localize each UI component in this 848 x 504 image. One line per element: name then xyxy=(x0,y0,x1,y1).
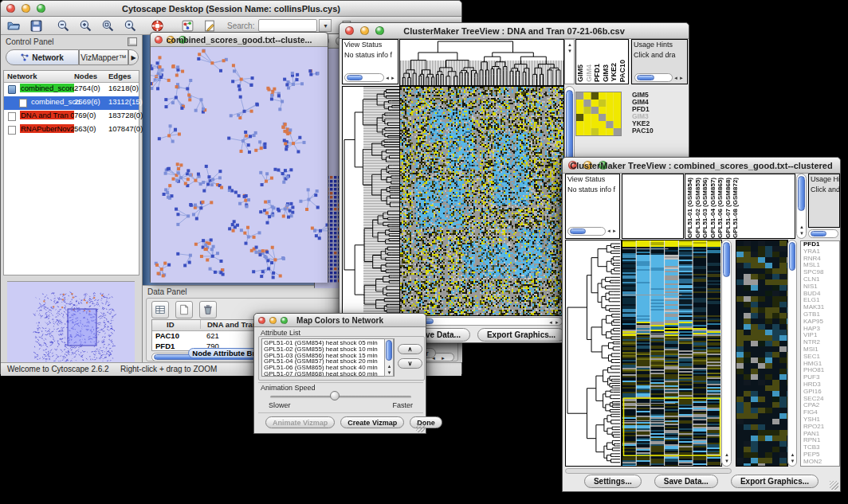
tv2-column-label[interactable]: GPL51-08 (GSM872) xyxy=(732,178,740,238)
network-table-row[interactable]: RNAPuberNov2+ 563(0) 107847(0) xyxy=(4,123,139,137)
tv1-row-dendrogram[interactable] xyxy=(342,86,400,316)
maximize-button[interactable] xyxy=(37,4,45,13)
close-button[interactable] xyxy=(155,36,163,44)
tv1-column-dendrogram[interactable] xyxy=(399,39,564,86)
search-dropdown-icon[interactable]: ▾ xyxy=(319,19,332,32)
scroll-right-icon[interactable]: ► xyxy=(679,76,684,80)
main-title-bar[interactable]: Cytoscape Desktop (Session Name: collins… xyxy=(1,1,461,17)
tv1-column-label[interactable]: PAC10 xyxy=(619,60,628,82)
close-button[interactable] xyxy=(258,317,265,324)
network-table-row[interactable]: combined_sco 2569(6) 13112(15) xyxy=(4,96,139,110)
tv2-gene-label[interactable]: MON2 xyxy=(803,459,839,466)
scroll-up-icon[interactable]: ▲ xyxy=(567,42,572,47)
tv2-bottom-hscrollbar[interactable] xyxy=(565,468,732,474)
scroll-down-icon[interactable]: ▼ xyxy=(724,459,729,463)
tv2-action-button[interactable]: Export Graphics... xyxy=(731,475,819,488)
tv1-column-label[interactable]: GIM5 xyxy=(577,64,586,82)
maximize-button[interactable] xyxy=(375,26,384,35)
zoom-out-button[interactable] xyxy=(55,18,71,33)
tv1-usage-hscrollbar[interactable] xyxy=(634,73,673,82)
attribute-vscroll-thumb[interactable] xyxy=(386,340,392,361)
animation-speed-slider-track[interactable] xyxy=(270,396,411,398)
close-button[interactable] xyxy=(6,4,15,13)
tv1-mini-matrix[interactable] xyxy=(575,92,622,136)
maximize-button[interactable] xyxy=(599,161,607,170)
tv2-usage-hscrollbar[interactable] xyxy=(808,229,838,238)
tv1-column-label[interactable]: PFD1 xyxy=(594,64,603,82)
scroll-up-icon[interactable]: ▲ xyxy=(724,452,729,457)
scroll-down-icon[interactable]: ▼ xyxy=(791,459,795,463)
tv2-heatmap[interactable] xyxy=(622,240,722,467)
tv2-genes-vscrollbar[interactable]: ▲ ▼ xyxy=(787,240,797,467)
network-table-row[interactable]: DNA and Tran 07 769(0) 183728(0) xyxy=(4,110,139,123)
dialog-button[interactable]: Animate Vizmap xyxy=(265,416,335,428)
attribute-list-item[interactable]: GPL51-07 (GSM868) heat shock 60 min xyxy=(262,371,394,377)
new-attribute-icon[interactable] xyxy=(175,301,193,318)
save-button[interactable] xyxy=(28,18,44,33)
tv1-heatmap[interactable] xyxy=(399,86,564,316)
minimize-button[interactable] xyxy=(360,26,369,35)
minimize-button[interactable] xyxy=(583,161,592,170)
tv2-column-labels[interactable]: GPL51-01 (GSM854)GPL51-02 (GSM855)GPL51-… xyxy=(687,174,744,238)
help-lifering-icon[interactable] xyxy=(149,18,165,33)
dialog-button[interactable]: Done xyxy=(410,416,442,428)
zoom-fit-button[interactable] xyxy=(100,18,116,33)
scroll-right-icon[interactable]: ► xyxy=(555,320,559,325)
tv2-zoom-heatmap[interactable] xyxy=(736,240,788,467)
network-window-title-bar[interactable]: combined_scores_good.txt--cluste... xyxy=(151,33,328,47)
network-overlay-icon[interactable] xyxy=(179,18,195,33)
dialog-button[interactable]: Create Vizmap xyxy=(340,416,404,428)
scroll-up-icon[interactable]: ▲ xyxy=(791,452,795,457)
search-input[interactable] xyxy=(258,19,317,32)
scroll-left-icon[interactable]: ◄ xyxy=(385,76,390,80)
maximize-button[interactable] xyxy=(179,36,186,44)
tv2-labels-vscroll-thumb[interactable] xyxy=(798,176,805,211)
birdseye-view[interactable] xyxy=(7,281,135,366)
treeview1-title-bar[interactable]: ClusterMaker TreeView : DNA and Tran 07-… xyxy=(340,23,689,39)
scroll-right-icon[interactable]: ► xyxy=(391,76,395,80)
maximize-button[interactable] xyxy=(281,317,288,324)
scroll-left-icon[interactable]: ◄ xyxy=(548,320,553,325)
scroll-up-icon[interactable]: ▲ xyxy=(799,225,804,229)
tv2-labels-vscrollbar[interactable]: ▲ ▼ xyxy=(796,174,807,239)
float-panel-icon[interactable] xyxy=(128,37,137,46)
scroll-left-icon[interactable]: ◄ xyxy=(673,76,678,80)
tv2-vscroll-thumb[interactable] xyxy=(723,242,730,277)
scroll-right-icon[interactable]: ► xyxy=(441,356,446,361)
tv2-gene-list[interactable]: PFD1YRA1RNR4MSL1SPC98CLN1NIS1BUD4ELG1MAK… xyxy=(800,240,840,467)
tv2-action-button[interactable]: Settings... xyxy=(584,475,642,488)
tab-network[interactable]: Network xyxy=(6,49,79,65)
treeview2-title-bar[interactable]: ClusterMaker TreeView : combined_scores_… xyxy=(563,158,840,174)
open-file-button[interactable] xyxy=(6,18,22,33)
tv2-vscrollbar[interactable]: ▲ ▼ xyxy=(721,240,732,467)
annotation-icon[interactable] xyxy=(202,18,218,33)
tv2-status-hscrollbar[interactable] xyxy=(567,227,606,236)
scroll-down-icon[interactable]: ▼ xyxy=(387,370,392,375)
animation-speed-slider-thumb[interactable] xyxy=(330,391,340,400)
scroll-down-icon[interactable]: ▼ xyxy=(799,231,804,236)
close-button[interactable] xyxy=(345,26,354,35)
scroll-right-icon[interactable]: ► xyxy=(612,229,617,233)
zoom-in-button[interactable] xyxy=(77,18,93,33)
tab-overflow-arrow[interactable]: ▶ xyxy=(128,49,139,65)
tv1-mini-row-label[interactable]: PAC10 xyxy=(632,127,667,135)
tab-vizmapper[interactable]: VizMapper™ xyxy=(79,49,128,65)
minimize-button[interactable] xyxy=(269,317,277,324)
resize-grip[interactable] xyxy=(416,424,425,432)
network-canvas[interactable] xyxy=(151,47,328,283)
minimize-button[interactable] xyxy=(22,4,30,13)
attribute-table-icon[interactable] xyxy=(151,301,169,318)
tv1-column-label[interactable]: YKE2 xyxy=(610,63,619,82)
tv2-column-tree-area[interactable] xyxy=(622,174,684,239)
delete-attribute-trash-icon[interactable] xyxy=(199,301,217,318)
attribute-list[interactable]: GPL51-01 (GSM854) heat shock 05 minGPL51… xyxy=(261,338,395,377)
move-down-button[interactable]: ∨ xyxy=(398,358,422,369)
tv2-row-dendrogram[interactable] xyxy=(565,240,622,467)
tv2-action-button[interactable]: Save Data... xyxy=(654,475,718,488)
dialog-title-bar[interactable]: Map Colors to Network xyxy=(254,314,426,327)
tv1-column-labels[interactable]: GIM5GIM4PFD1GIM3YKE2PAC10 xyxy=(575,39,629,84)
scroll-up-icon[interactable]: ▲ xyxy=(387,364,392,369)
zoom-selected-button[interactable] xyxy=(122,18,138,33)
tv1-status-hscrollbar[interactable] xyxy=(344,73,384,82)
tv1-action-button[interactable]: Export Graphics... xyxy=(477,328,565,342)
